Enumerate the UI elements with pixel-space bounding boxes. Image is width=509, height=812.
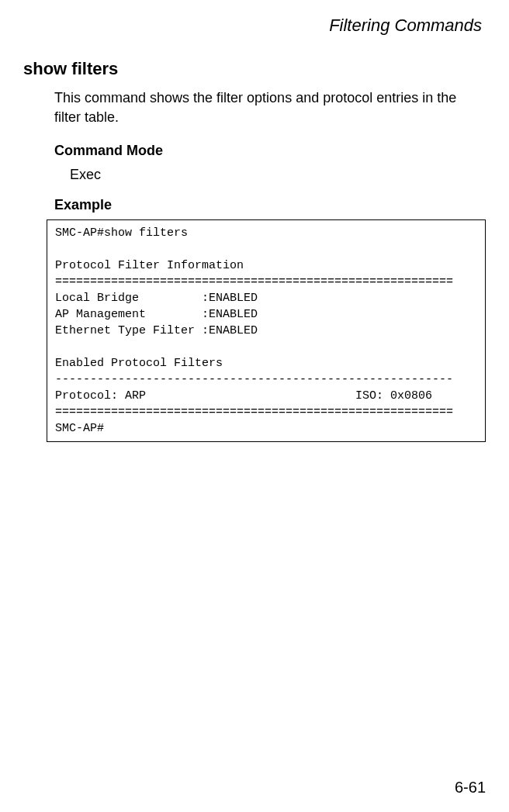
section-title: show filters: [23, 59, 486, 79]
page-number: 6-61: [455, 779, 486, 796]
section-description: This command shows the filter options an…: [54, 88, 486, 127]
command-mode-label: Command Mode: [54, 143, 486, 159]
example-label: Example: [54, 197, 486, 213]
command-mode-value: Exec: [70, 167, 486, 183]
page-header-title: Filtering Commands: [23, 16, 486, 36]
code-block: SMC-AP#show filters Protocol Filter Info…: [47, 219, 486, 442]
